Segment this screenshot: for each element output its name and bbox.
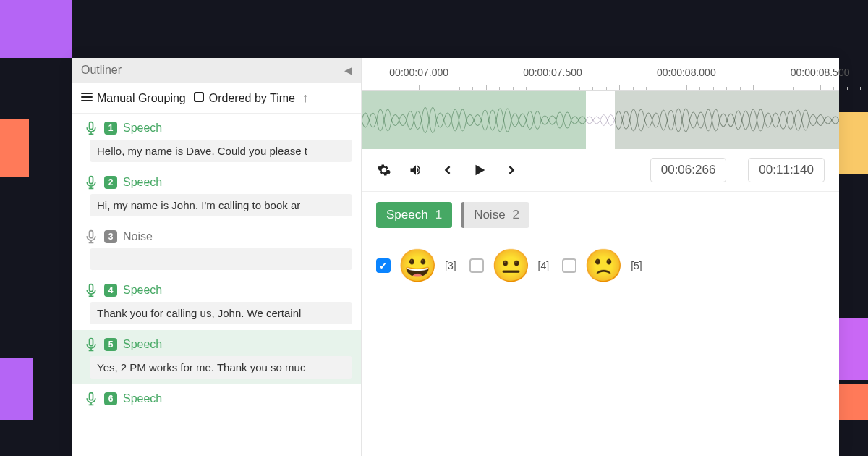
sidebar-title: Outliner [81,64,122,77]
order-button[interactable]: Ordered by Time [193,91,295,105]
emoji-hotkey: [3] [445,260,456,271]
mic-icon [84,229,98,244]
svg-rect-0 [195,93,203,101]
timeline-tick-label: 00:00:07.500 [523,67,582,78]
segment-text[interactable]: Hello, my name is Dave. Could you please… [90,140,352,162]
annotation-tabs: Speech 1Noise 2 [362,192,839,238]
waveform-gap [586,91,615,149]
segment-item[interactable]: 2SpeechHi, my name is John. I'm calling … [72,168,361,222]
segment-number: 2 [104,176,117,189]
emoji-option: 😀[3] [376,250,456,282]
timeline-tick-label: 00:00:08.000 [657,67,716,78]
segment-number: 3 [104,230,117,243]
timeline-ruler[interactable]: 00:00:07.00000:00:07.50000:00:08.00000:0… [362,65,839,91]
player-controls: 00:06:266 00:11:140 [362,149,839,192]
svg-rect-5 [90,339,93,346]
segment-item[interactable]: 5SpeechYes, 2 PM works for me. Thank you… [72,330,361,384]
prev-button[interactable] [440,162,456,178]
segment-label: Speech [123,338,162,351]
volume-button[interactable] [408,162,424,178]
tab-noise[interactable]: Noise 2 [461,202,529,228]
svg-rect-1 [90,122,93,130]
tab-label: Speech [386,208,428,222]
segment-number: 1 [104,122,117,135]
segment-item[interactable]: 1SpeechHello, my name is Dave. Could you… [72,114,361,168]
mic-icon [84,392,98,406]
emoji-checkbox[interactable] [469,258,484,273]
segment-number: 5 [104,338,117,351]
segment-text[interactable]: Hi, my name is John. I'm calling to book… [90,194,352,216]
sidebar-controls: Manual Grouping Ordered by Time ↑ [72,83,361,114]
segment-number: 4 [104,284,117,297]
emoji-glyph[interactable]: 😀 [398,250,438,282]
sort-direction-button[interactable]: ↑ [302,90,309,106]
settings-button[interactable] [376,162,392,178]
order-label: Ordered by Time [209,92,295,105]
waveform-region-next[interactable] [615,91,839,149]
tab-count: 2 [513,208,519,222]
grouping-label: Manual Grouping [97,92,186,105]
mic-icon [84,337,98,352]
square-icon [193,91,205,105]
segment-label: Speech [123,122,162,135]
segment-number: 6 [104,392,117,405]
segment-label: Speech [123,284,162,297]
grouping-button[interactable]: Manual Grouping [81,91,186,105]
segment-label: Speech [123,176,162,189]
svg-rect-3 [90,231,93,238]
list-icon [81,91,93,105]
timeline-tick-label: 00:00:07.000 [389,67,448,78]
main-panel: 00:00:07.00000:00:07.50000:00:08.00000:0… [362,58,839,456]
waveform[interactable] [362,91,839,149]
svg-rect-4 [90,284,93,292]
segment-label: Noise [123,230,153,243]
tab-speech[interactable]: Speech 1 [376,202,452,228]
segments-list: 1SpeechHello, my name is Dave. Could you… [72,114,361,456]
tab-count: 1 [435,208,442,222]
sidebar-header: Outliner ◀ [72,58,361,83]
emoji-checkbox[interactable] [562,258,576,273]
segment-text[interactable] [90,248,352,270]
waveform-region-active[interactable] [362,91,586,149]
outliner-sidebar: Outliner ◀ Manual Grouping Ordered by Ti… [72,58,362,456]
mic-icon [84,121,98,135]
emoji-hotkey: [4] [538,260,550,271]
emoji-option: 😐[4] [469,250,550,282]
segment-text[interactable]: Thank you for calling us, John. We certa… [90,302,352,324]
svg-rect-2 [90,177,93,184]
segment-item[interactable]: 4SpeechThank you for calling us, John. W… [72,276,361,330]
emoji-option: 🙁[5] [562,250,642,282]
mic-icon [84,283,98,297]
app-window: Outliner ◀ Manual Grouping Ordered by Ti… [72,58,839,456]
emoji-options: 😀[3]😐[4]🙁[5] [362,238,839,293]
emoji-checkbox[interactable] [376,258,391,273]
emoji-hotkey: [5] [631,260,642,271]
play-button[interactable] [472,162,488,178]
tab-label: Noise [474,208,505,222]
time-end-field[interactable]: 00:11:140 [748,158,825,182]
segment-label: Speech [123,392,162,405]
segment-item[interactable]: 6Speech [72,384,361,416]
segment-item[interactable]: 3Noise [72,222,361,276]
timeline-tick-label: 00:00:08.500 [791,67,850,78]
time-start-field[interactable]: 00:06:266 [650,158,727,182]
mic-icon [84,175,98,190]
next-button[interactable] [503,162,519,178]
svg-rect-6 [90,393,93,400]
segment-text[interactable]: Yes, 2 PM works for me. Thank you so muc [90,356,352,379]
collapse-sidebar-button[interactable]: ◀ [344,64,352,76]
emoji-glyph[interactable]: 🙁 [584,250,624,282]
emoji-glyph[interactable]: 😐 [491,250,531,282]
